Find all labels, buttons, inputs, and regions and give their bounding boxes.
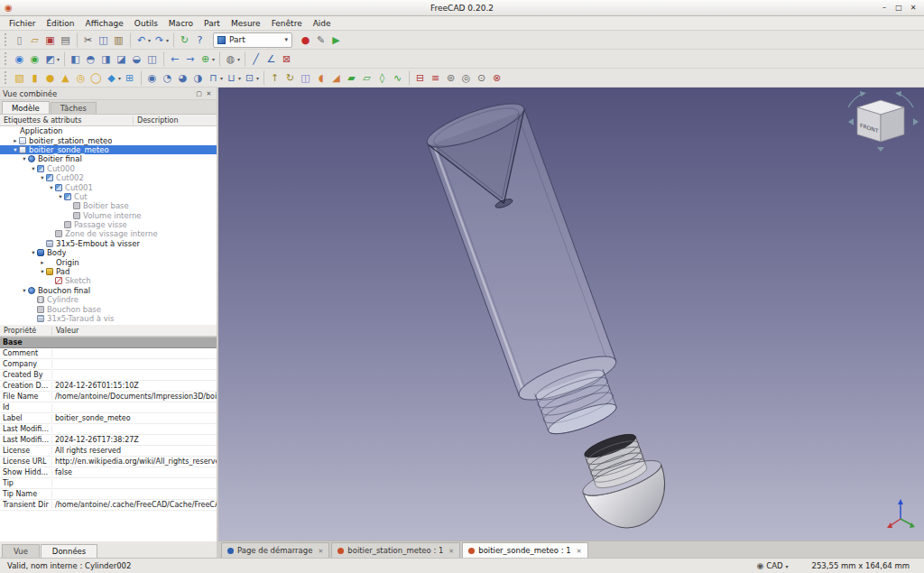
part-offset-3d-button[interactable]: ⊚ [443, 70, 458, 86]
menu-item[interactable]: Outils [129, 18, 163, 29]
tree-item[interactable]: Application [0, 126, 217, 135]
3d-viewport[interactable]: FRONT [218, 88, 924, 541]
panel-bottom-tab[interactable]: Vue [2, 544, 40, 558]
close-tab-icon[interactable] [448, 546, 454, 555]
tree-expand-arrow-icon[interactable] [39, 268, 46, 275]
panel-close-button[interactable]: ✕ [204, 88, 214, 98]
navigation-style-selector[interactable]: ◉ CAD ▾ [756, 561, 788, 570]
tree-item[interactable]: Pad [0, 267, 217, 276]
tree-expand-arrow-icon[interactable] [39, 174, 46, 181]
close-tab-icon[interactable] [318, 546, 323, 555]
tree-expand-arrow-icon[interactable] [30, 165, 37, 172]
new-document-button[interactable]: ▯ [12, 32, 27, 48]
tree-expand-arrow-icon[interactable] [48, 184, 55, 191]
view-front-button[interactable]: ◧ [64, 51, 83, 67]
tree-item[interactable]: Cut001 [0, 182, 217, 191]
tree-expand-arrow-icon[interactable] [57, 193, 64, 200]
panel-bottom-tab[interactable]: Données [41, 544, 97, 558]
model-cap-dome[interactable] [568, 425, 678, 540]
panel-tab[interactable]: Modèle [2, 101, 50, 114]
menu-item[interactable]: Fenêtre [266, 18, 308, 29]
view-left-button[interactable]: ◫ [144, 51, 160, 67]
File Name[interactable]: File Name /home/antoine/Documents/Impres… [0, 392, 217, 402]
tree-expand-arrow-icon[interactable] [39, 259, 46, 266]
Id[interactable]: Id [0, 402, 217, 413]
part-make-face-button[interactable]: ▰ [344, 70, 359, 86]
3d-scene[interactable]: FRONT [218, 88, 924, 541]
part-union-button[interactable]: ◕ [175, 70, 190, 86]
part-join-button[interactable]: ⊓ [206, 70, 224, 86]
menu-item[interactable]: Part [199, 18, 226, 29]
part-revolve-button[interactable]: ↻ [282, 70, 298, 86]
draw-style-button[interactable]: ◍ [219, 51, 241, 67]
panel-float-button[interactable]: ▢ [194, 88, 204, 98]
Tip Name[interactable]: Tip Name [0, 489, 217, 500]
part-offset-2d-button[interactable]: ◎ [458, 70, 474, 86]
part-thickness-button[interactable]: ⊙ [474, 70, 489, 86]
tree-item[interactable]: Sketch [0, 276, 217, 285]
tree-item[interactable]: Volume interne [0, 211, 217, 220]
menu-item[interactable]: Aide [308, 18, 337, 29]
part-ruled-surface-button[interactable]: ▱ [359, 70, 374, 86]
menu-item[interactable]: Fichier [4, 18, 41, 29]
toolbar-grip[interactable] [5, 52, 8, 65]
part-mirror-button[interactable]: ◫ [298, 70, 313, 86]
tree-expand-arrow-icon[interactable] [12, 146, 19, 153]
part-sphere-button[interactable]: ● [42, 70, 58, 86]
zoom-in-button[interactable]: ⊕ [198, 51, 216, 67]
tree-expand-arrow-icon[interactable] [30, 249, 37, 256]
tree-item[interactable]: Zone de vissage interne [0, 229, 217, 238]
view-rear-button[interactable]: ◪ [114, 51, 129, 67]
part-cone-button[interactable]: ▲ [58, 70, 73, 86]
License[interactable]: License All rights reserved [0, 446, 217, 457]
macro-execute-button[interactable]: ▶ [328, 32, 344, 48]
tree-item[interactable]: boitier_station_meteo [0, 135, 217, 144]
tree-item[interactable]: Cut000 [0, 164, 217, 173]
part-extrude-button[interactable]: ↑ [263, 70, 282, 86]
measure-angular-button[interactable]: ∠ [263, 51, 279, 67]
undo-button[interactable]: ↶ [130, 32, 152, 48]
cut-button[interactable]: ✂ [77, 32, 96, 48]
menu-item[interactable]: Macro [163, 18, 199, 29]
Show Hidd...[interactable]: Show Hidd... false [0, 467, 217, 478]
view-fit-selection-button[interactable]: ◉ [27, 51, 42, 67]
minimize-button[interactable]: – [877, 2, 892, 14]
part-boolean-button[interactable]: ◉ [141, 70, 160, 86]
tree-item[interactable]: 31x5-Taraud à vis [0, 314, 217, 323]
toolbar-grip[interactable] [5, 33, 8, 46]
tree-item[interactable]: 31x5-Embout à visser [0, 239, 217, 248]
Comment[interactable]: Comment [0, 348, 217, 359]
close-tab-icon[interactable] [577, 546, 582, 555]
part-defeaturing-button[interactable]: ⊗ [489, 70, 504, 86]
tree-item[interactable]: Origin [0, 257, 217, 266]
view-isometric-button[interactable]: ◩ [42, 51, 60, 67]
tree-item[interactable]: Cut002 [0, 173, 217, 182]
tree-item[interactable]: Body [0, 248, 217, 257]
part-intersection-button[interactable]: ◑ [190, 70, 206, 86]
open-document-button[interactable]: ▱ [27, 32, 42, 48]
view-top-button[interactable]: ◓ [83, 51, 98, 67]
Label[interactable]: Label boitier_sonde_meteo [0, 413, 217, 424]
tree-expand-arrow-icon[interactable] [12, 137, 19, 144]
Created By[interactable]: Created By [0, 370, 217, 381]
part-sweep-button[interactable]: ∿ [390, 70, 405, 86]
view-right-button[interactable]: ◨ [98, 51, 114, 67]
Last Modifi...[interactable]: Last Modifi... 2024-12-26T17:38:27Z [0, 435, 217, 446]
copy-button[interactable]: ◫ [96, 32, 111, 48]
print-button[interactable]: ▤ [58, 32, 73, 48]
document-tab[interactable]: boitier_station_meteo : 1 [331, 542, 460, 558]
menu-item[interactable]: Édition [41, 18, 79, 29]
document-tab[interactable]: boitier_sonde_meteo : 1 [462, 542, 587, 558]
maximize-button[interactable]: □ [892, 2, 906, 14]
redo-button[interactable]: ↷ [152, 32, 170, 48]
part-box-button[interactable]: ▧ [12, 70, 27, 86]
save-document-button[interactable]: ▣ [42, 32, 58, 48]
part-shape-builder-button[interactable]: ⊞ [122, 70, 137, 86]
model-cylinder-body[interactable] [422, 95, 633, 445]
nav-back-button[interactable]: ← [163, 51, 182, 67]
navigation-cube[interactable]: FRONT [848, 91, 919, 152]
view-fit-all-button[interactable]: ◉ [12, 51, 27, 67]
measure-clear-button[interactable]: ⊠ [279, 51, 294, 67]
whats-this-button[interactable]: ? [192, 32, 208, 48]
tree-item[interactable]: Cut [0, 192, 217, 201]
